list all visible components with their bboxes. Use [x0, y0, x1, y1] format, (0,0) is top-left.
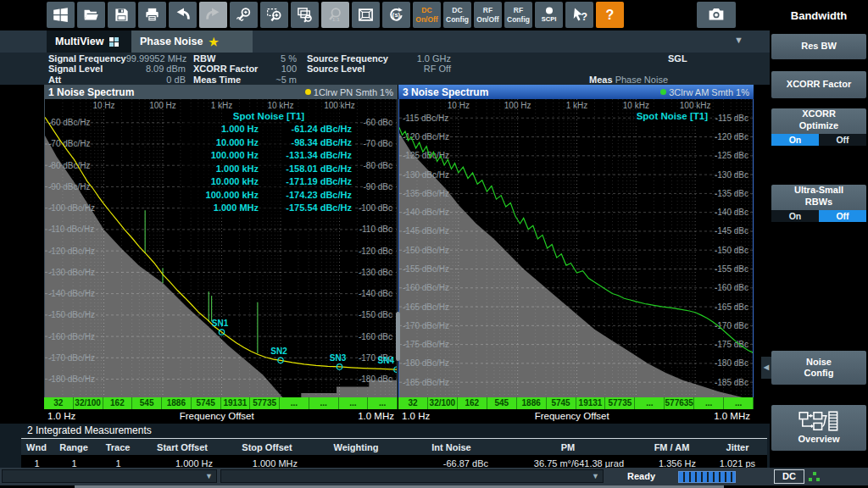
display-frame-button[interactable] — [352, 2, 380, 28]
redo-button[interactable] — [199, 2, 227, 28]
info-field-value: 100 — [281, 64, 297, 74]
zoom-area-button[interactable] — [260, 2, 288, 28]
softkey-xcorr-optimize[interactable]: XCORR Optimize On Off — [771, 108, 866, 144]
sidebar-collapse-handle[interactable]: ◀ — [761, 357, 771, 379]
softkey-res-bw[interactable]: Res BW — [771, 34, 866, 59]
zoom-trace-button[interactable] — [230, 2, 258, 28]
frame-icon — [358, 7, 374, 23]
multi-window-zoom-button[interactable] — [291, 2, 319, 28]
info-field-label: XCORR Factor — [193, 64, 258, 74]
y-tick-label-left: -160 dBc/Hz — [48, 332, 95, 341]
zoom-1-1-button[interactable]: 1:1 — [321, 2, 349, 28]
toolbar-button-label: DCOn/Off — [415, 6, 437, 23]
softkey-noise-config[interactable]: ◀ Noise Config — [771, 351, 866, 385]
xcorr-segment: 545 — [132, 397, 162, 409]
spot-noise-row: 10.000 Hz-98.34 dBc/Hz — [186, 136, 352, 150]
xcorr-segment: ... — [694, 397, 724, 409]
windows-menu-button[interactable] — [47, 2, 75, 28]
tab-phase-noise[interactable]: Phase Noise ★ — [131, 30, 253, 53]
spot-noise-row: 100.000 kHz-174.23 dBc/Hz — [186, 189, 352, 202]
undo-button[interactable] — [169, 2, 197, 28]
xcorr-segment: 577635 — [665, 397, 694, 409]
info-field-value: 99.99952 MHz — [126, 53, 187, 64]
pointer-help-button[interactable]: ? — [565, 2, 593, 28]
redo-icon — [205, 7, 221, 23]
sweep-refresh-button[interactable]: (s) — [382, 2, 410, 28]
y-tick-label-right: -80 dBc — [364, 161, 392, 170]
toggle-on[interactable]: On — [771, 210, 819, 222]
softkey-label: Ultra-Small RBWs — [786, 185, 852, 207]
y-tick-label-right: -180 dBc — [715, 358, 748, 368]
xcorr-segment: 32 — [398, 397, 428, 409]
save-button[interactable] — [108, 2, 136, 28]
spot-noise-frequency: 1.000 MHz — [186, 202, 259, 215]
window3-x-axis: 1.0 Hz Frequency Offset 1.0 MHz — [398, 409, 754, 422]
info-field: Source Frequency1.0 GHz — [307, 53, 451, 64]
block-diagram-icon — [798, 411, 840, 434]
trace1-legend-label: 1Clrw PN Smth 1% — [314, 87, 393, 97]
x-axis-label: Frequency Offset — [535, 411, 609, 421]
y-tick-label-right: -70 dBc — [364, 139, 392, 148]
print-button[interactable] — [138, 2, 166, 28]
integrated-measurements-panel: 2 Integrated Measurements WndRangeTraceS… — [0, 424, 770, 468]
phase-noise-analyzer-screen: 1:1(s)DCOn/OffDCConfigRFOn/OffRFConfigSC… — [0, 0, 868, 488]
tab-multiview[interactable]: MultiView — [47, 30, 131, 53]
window1-title-bar[interactable]: 1 Noise Spectrum 1Clrw PN Smth 1% — [44, 85, 398, 99]
spot-noise-marker-label: SN4 — [378, 356, 395, 365]
xcorr-segment: ... — [368, 397, 398, 409]
table-header: Start Offset — [140, 439, 225, 456]
save-icon — [114, 7, 130, 23]
tab-list-dropdown-arrow[interactable]: ▼ — [734, 35, 743, 45]
y-tick-label-right: -155 dBc — [715, 264, 748, 274]
y-tick-label-left: -100 dBc/Hz — [48, 203, 95, 213]
spot-noise-value: -98.34 dBc/Hz — [259, 136, 352, 150]
spot-noise-frequency: 100.000 kHz — [186, 189, 259, 202]
window-splitter-handle-vertical[interactable] — [396, 312, 400, 361]
meas-label: Meas — [589, 75, 613, 85]
dc-on-off-button[interactable]: DCOn/Off — [413, 2, 441, 28]
window3-plot-area[interactable]: 10 Hz100 Hz1 kHz10 kHz100 kHz-115 dBc/Hz… — [398, 99, 754, 397]
y-tick-label-left: -120 dBc/Hz — [403, 132, 449, 141]
rf-on-off-button[interactable]: RFOn/Off — [474, 2, 502, 28]
spot-noise-value: -61.24 dBc/Hz — [259, 123, 352, 136]
help-button[interactable]: ? — [596, 2, 624, 28]
toggle-off[interactable]: Off — [819, 210, 866, 222]
toggle-on[interactable]: On — [771, 134, 819, 146]
y-tick-label-left: -90 dBc/Hz — [48, 182, 90, 191]
integrated-measurements-table: WndRangeTraceStart OffsetStop OffsetWeig… — [21, 438, 767, 471]
y-tick-label-right: -180 dBc — [359, 374, 392, 384]
open-file-button[interactable] — [77, 2, 105, 28]
y-tick-label-left: -120 dBc/Hz — [48, 247, 95, 256]
y-tick-label-right: -150 dBc — [359, 310, 392, 319]
softkey-label: XCORR Optimize — [786, 108, 852, 130]
y-tick-label-right: -135 dBc — [715, 189, 748, 198]
info-field-label: Source Frequency — [307, 53, 388, 64]
dc-status-button[interactable]: DC — [774, 469, 804, 484]
y-tick-label-right: -110 dBc — [359, 225, 392, 234]
window3-title-bar[interactable]: 3 Noise Spectrum 3Clrw AM Smth 1% — [398, 85, 754, 99]
y-tick-label-right: -140 dBc — [359, 289, 392, 298]
am-noise-chart[interactable]: 10 Hz100 Hz1 kHz10 kHz100 kHz-115 dBc/Hz… — [399, 99, 754, 397]
toggle-off[interactable]: Off — [819, 134, 866, 146]
scpi-button[interactable]: SCPI — [535, 2, 563, 28]
y-tick-label-right: -160 dBc — [715, 283, 748, 292]
status-dropdown-message[interactable]: ▼ — [220, 469, 604, 483]
y-tick-label-left: -165 dBc/Hz — [403, 302, 449, 312]
spot-noise-marker-label: SN1 — [212, 319, 229, 328]
softkey-overview[interactable]: Overview — [771, 405, 866, 451]
y-tick-label-right: -130 dBc — [359, 268, 392, 277]
window1-plot-area[interactable]: 10 Hz100 Hz1 kHz10 kHz100 kHz-60 dBc/Hz-… — [44, 99, 398, 397]
softkey-xcorr-factor[interactable]: XCORR Factor — [771, 71, 866, 98]
tab-multiview-label: MultiView — [55, 36, 103, 47]
info-field-value: RF Off — [424, 64, 451, 74]
spot-noise-header: Spot Noise [T1] — [637, 110, 708, 123]
status-dropdown-left[interactable]: ▼ — [2, 469, 217, 483]
softkey-ultra-small-rbws[interactable]: Ultra-Small RBWs On Off — [771, 185, 866, 220]
rf-config-button[interactable]: RFConfig — [504, 2, 532, 28]
x-axis-start: 1.0 Hz — [47, 411, 75, 421]
dc-config-button[interactable]: DCConfig — [443, 2, 471, 28]
y-tick-label-left: -180 dBc/Hz — [48, 374, 95, 384]
spot-noise-frequency: 1.000 kHz — [186, 163, 259, 176]
screenshot-camera-button[interactable] — [697, 2, 736, 28]
y-tick-label-right: -185 dBc — [715, 378, 748, 387]
